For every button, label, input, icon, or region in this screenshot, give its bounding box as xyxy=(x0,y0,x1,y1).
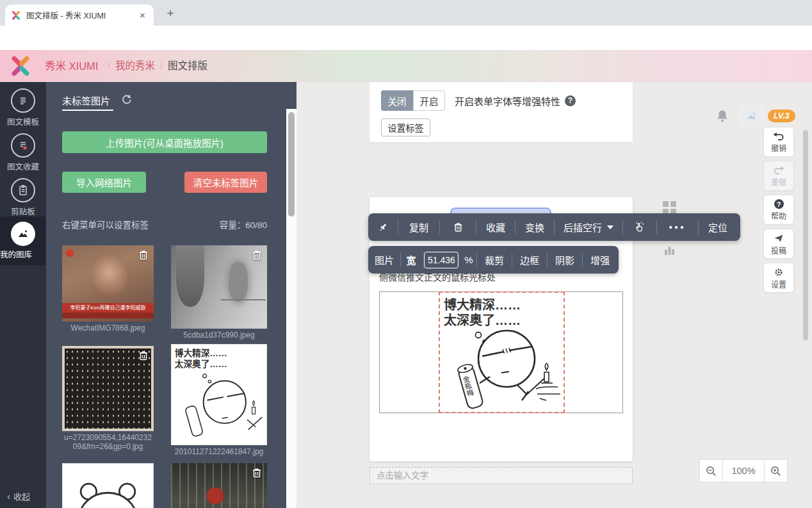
image-width-input[interactable] xyxy=(424,252,459,268)
settings-button[interactable]: 设置 xyxy=(763,263,794,293)
copy-button[interactable]: 复制 xyxy=(398,213,439,241)
help-button[interactable]: ? 帮助 xyxy=(763,195,794,225)
transform-button[interactable]: 变换 xyxy=(516,213,554,241)
toggle-on-button[interactable]: 开启 xyxy=(413,90,445,111)
zoom-control: 100% xyxy=(700,459,788,482)
zoom-in-button[interactable] xyxy=(764,459,788,482)
sidebar-item-my-gallery[interactable]: 我的图库 xyxy=(0,217,46,265)
gallery-image-icon xyxy=(11,222,35,246)
right-click-hint: 右键菜单可以设置标签 xyxy=(62,218,149,231)
thumbnail-news-photo[interactable]: 李阳妻子Kim再曝自己遭李阳威胁 xyxy=(62,245,154,322)
shadow-button[interactable]: 阴影 xyxy=(548,246,582,274)
border-button[interactable]: 边框 xyxy=(512,246,547,274)
image-block[interactable]: 博大精深…… 太深奥了…… 金瓶梅 xyxy=(379,291,623,413)
redo-button[interactable]: 重做 xyxy=(763,161,794,191)
gear-icon xyxy=(774,267,784,277)
photo-face xyxy=(90,256,127,298)
gesture-hand-button[interactable] xyxy=(623,213,656,241)
breadcrumb-my-xiumi[interactable]: 我的秀米 xyxy=(115,50,155,82)
sidebar-item-templates[interactable]: 图文模板 xyxy=(0,88,46,127)
favorite-button[interactable]: 收藏 xyxy=(476,213,515,241)
tab-untagged-images[interactable]: 未标签图片 xyxy=(62,94,110,107)
delete-trash-icon[interactable] xyxy=(137,349,150,362)
brand-link[interactable]: 秀米 XIUMI xyxy=(45,50,98,82)
delete-trash-icon[interactable] xyxy=(250,466,263,479)
xiumi-favicon-icon xyxy=(11,10,21,20)
crop-button[interactable]: 裁剪 xyxy=(477,246,512,274)
insert-blank-line-dropdown[interactable]: 后插空行 xyxy=(555,213,622,241)
browser-address-bar: xiumi.us/studio/v5#/paper/for/new/cube/0… xyxy=(0,26,812,50)
bar-chart-icon[interactable] xyxy=(664,245,675,255)
collapse-panel-button[interactable]: ‹收起 xyxy=(7,490,30,502)
set-tag-button[interactable]: 设置标签 xyxy=(381,119,430,136)
gallery-item[interactable] xyxy=(62,463,154,508)
zoom-level-value: 100% xyxy=(722,459,765,482)
gallery-item[interactable]: 李阳妻子Kim再曝自己遭李阳威胁 WechatIMG7868.jpeg xyxy=(62,245,154,332)
refresh-icon[interactable] xyxy=(120,93,133,106)
image-filename: 5cdba1d37c990.jpeg xyxy=(171,331,267,340)
svg-text:太深奥了……: 太深奥了…… xyxy=(175,359,227,369)
notification-bell-icon[interactable] xyxy=(715,109,729,123)
block-toolbar: 复制 收藏 变换 后插空行 ••• 定位 xyxy=(368,213,740,241)
forest-figure xyxy=(207,488,223,504)
svg-text:博大精深……: 博大精深…… xyxy=(175,348,227,358)
image-filename: u=2723090554,1644023209&fm=26&gp=0.jpg xyxy=(62,433,154,452)
help-circle-icon: ? xyxy=(774,199,784,209)
thumbnail-rubbing[interactable] xyxy=(62,346,154,431)
layout-grid-icon[interactable] xyxy=(663,201,676,215)
clear-untagged-button[interactable]: 清空未标签图片 xyxy=(184,172,267,193)
width-label: 宽 xyxy=(401,246,421,274)
delete-trash-icon[interactable] xyxy=(250,249,263,261)
clipboard-icon xyxy=(11,178,35,202)
gallery-item[interactable] xyxy=(171,463,267,508)
gallery-item[interactable]: 博大精深…… 太深奥了…… 201011271222461847.jpg xyxy=(171,344,267,456)
new-tab-button[interactable]: + xyxy=(163,6,178,21)
image-selection-dashed-border xyxy=(439,291,565,413)
upload-image-button[interactable]: 上传图片(可从桌面拖放图片) xyxy=(62,131,267,153)
submit-button[interactable]: 投稿 xyxy=(763,229,794,259)
gallery-item[interactable]: u=2723090554,1644023209&fm=26&gp=0.jpg xyxy=(62,346,154,452)
delete-trash-icon[interactable] xyxy=(137,249,150,261)
browser-tab[interactable]: 图文排版 - 秀米 XIUMI × xyxy=(5,4,154,26)
thumbnail-cartoon[interactable]: 博大精深…… 太深奥了…… xyxy=(171,344,267,445)
favorites-star-doc-icon xyxy=(11,133,35,158)
gallery-panel: 未标签图片 上传图片(可从桌面拖放图片) 导入网络图片 清空未标签图片 右键菜单… xyxy=(46,82,296,508)
templates-doc-icon xyxy=(11,88,35,113)
screen: 图文排版 - 秀米 XIUMI × + xiumi.us/studio/v5#/… xyxy=(0,0,812,508)
left-nav: 图文模板 图文收藏 剪贴板 我的图库 ‹收起 xyxy=(0,82,46,508)
undo-arrow-icon xyxy=(773,131,784,141)
panel-scrollbar-thumb[interactable] xyxy=(288,112,295,217)
tab-underline xyxy=(62,110,113,111)
locate-button[interactable]: 定位 xyxy=(699,213,737,241)
image-filename: WechatIMG7868.jpeg xyxy=(62,324,154,332)
toggle-off-button[interactable]: 关闭 xyxy=(381,90,413,111)
delete-trash-button[interactable] xyxy=(440,213,476,241)
gallery-item[interactable]: 5cdba1d37c990.jpeg xyxy=(171,245,267,340)
enhance-feature-label: 开启表单字体等增强特性 xyxy=(455,94,560,108)
sidebar-item-favorites[interactable]: 图文收藏 xyxy=(0,133,46,172)
tab-title: 图文排版 - 秀米 XIUMI xyxy=(26,9,132,21)
undo-button[interactable]: 撤销 xyxy=(763,127,794,157)
level-badge[interactable]: LV.3 xyxy=(768,110,795,122)
text-input-placeholder[interactable]: 点击输入文字 xyxy=(369,467,633,484)
xiumi-logo-icon[interactable] xyxy=(9,54,32,78)
thumbnail-bw-photo[interactable] xyxy=(171,245,267,329)
chevron-left-icon: ‹ xyxy=(7,491,10,502)
main-scrollbar-thumb[interactable] xyxy=(803,130,808,340)
sidebar-item-clipboard[interactable]: 剪贴板 xyxy=(0,178,46,217)
pin-button[interactable] xyxy=(368,213,398,241)
zoom-out-button[interactable] xyxy=(699,459,723,482)
help-question-icon[interactable]: ? xyxy=(565,95,576,106)
tv-logo xyxy=(66,249,74,257)
tab-close-icon[interactable]: × xyxy=(137,10,148,20)
user-avatar[interactable] xyxy=(740,104,763,127)
news-ticker xyxy=(62,313,154,318)
import-web-image-button[interactable]: 导入网络图片 xyxy=(62,172,146,193)
percent-unit-label: % xyxy=(461,246,476,274)
enhance-button[interactable]: 增强 xyxy=(583,246,617,274)
redo-arrow-icon xyxy=(773,165,784,175)
image-toolbar: 图片 宽 % 裁剪 边框 阴影 增强 xyxy=(368,246,619,274)
more-options-button[interactable]: ••• xyxy=(657,213,698,241)
thumbnail-forest[interactable] xyxy=(171,463,267,508)
thumbnail-meme[interactable] xyxy=(62,463,154,508)
